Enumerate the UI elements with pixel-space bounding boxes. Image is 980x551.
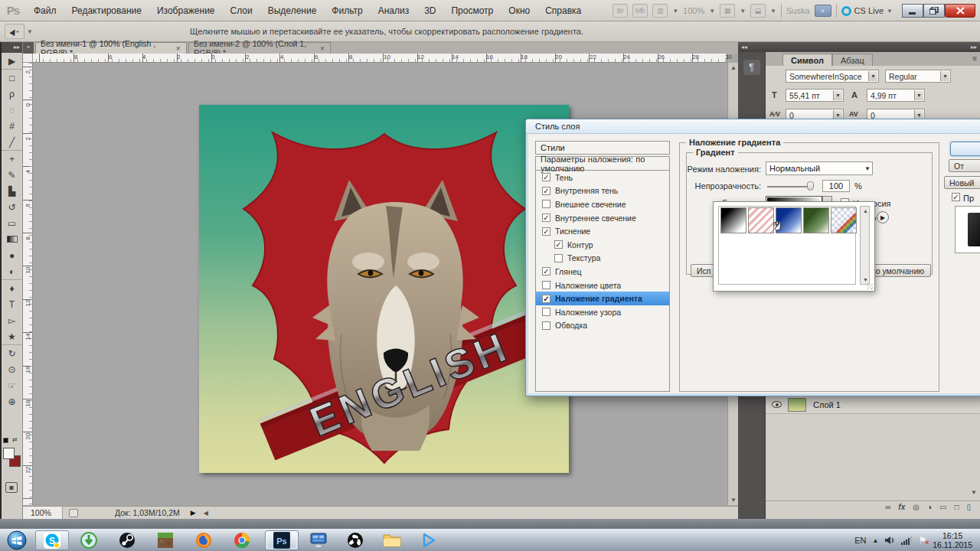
taskbar-photoshop-icon[interactable]: Ps xyxy=(265,530,299,550)
rectangular-marquee-tool[interactable]: □ xyxy=(2,70,22,86)
3d-orbit-tool[interactable]: ⊙ xyxy=(2,361,22,377)
checkbox[interactable] xyxy=(542,308,550,316)
style-item-stroke[interactable]: Обводка xyxy=(536,319,669,333)
leading-field[interactable]: 4,99 пт▼ xyxy=(867,89,925,102)
checkbox[interactable]: ✓ xyxy=(542,267,550,276)
taskbar-skype-icon[interactable]: S xyxy=(35,530,69,550)
checkbox[interactable]: ✓ xyxy=(542,173,550,181)
lasso-tool[interactable]: ρ xyxy=(2,86,22,102)
quick-selection-tool[interactable]: ◌ xyxy=(2,102,22,118)
scroll-down-icon[interactable]: ▼ xyxy=(730,497,737,504)
move-tool[interactable]: ▶ xyxy=(2,53,22,69)
style-item-satin[interactable]: ✓Глянец xyxy=(536,265,669,279)
adjustment-layer-icon[interactable]: ◑ xyxy=(927,503,932,513)
tab-paragraph[interactable]: Абзац xyxy=(832,54,873,66)
move-tool-icon[interactable]: ▶+ xyxy=(5,24,24,39)
restore-button[interactable] xyxy=(923,4,945,18)
checkbox[interactable]: ✓ xyxy=(554,240,563,249)
character-panel-icon[interactable]: ¶ xyxy=(743,60,760,75)
history-brush-tool[interactable]: ↺ xyxy=(2,199,22,215)
taskbar-chrome-icon[interactable] xyxy=(227,530,257,550)
eraser-tool[interactable]: ▭ xyxy=(2,215,22,231)
layer-row[interactable]: Слой 1 xyxy=(766,396,980,414)
style-item-drop-shadow[interactable]: ✓Тень xyxy=(536,171,669,184)
taskbar-minecraft-icon[interactable] xyxy=(150,530,181,550)
checkbox[interactable] xyxy=(542,321,550,330)
cs-live-button[interactable]: CS Live ▼ xyxy=(841,6,893,16)
styles-header[interactable]: Стили xyxy=(535,141,670,155)
action-center-flag-icon[interactable]: ⚑× xyxy=(918,535,926,546)
collapse-panel-chip[interactable]: » xyxy=(23,42,34,54)
scroll-up-icon[interactable]: ▲ xyxy=(863,208,868,214)
layer-group-icon[interactable]: ▭ xyxy=(939,503,946,513)
bridge-icon[interactable]: Br xyxy=(612,4,628,18)
close-button[interactable] xyxy=(945,4,975,18)
menu-filter[interactable]: Фильтр xyxy=(324,5,370,16)
zoom-level[interactable]: 100% xyxy=(683,6,704,15)
quick-mask-button[interactable]: ◙ xyxy=(5,482,18,493)
scroll-left-icon[interactable]: ◀ xyxy=(204,510,208,517)
taskbar-firefox-icon[interactable] xyxy=(188,530,219,550)
scroll-down-icon[interactable]: ▼ xyxy=(971,489,977,496)
style-item-gradient-overlay[interactable]: ✓Наложение градиента xyxy=(536,292,669,305)
checkbox[interactable] xyxy=(542,200,550,208)
mini-bridge-icon[interactable]: Mb xyxy=(632,4,648,18)
menu-window[interactable]: Окно xyxy=(501,5,537,16)
gradient-tool[interactable] xyxy=(2,231,22,247)
style-item-contour[interactable]: ✓Контур xyxy=(536,238,669,252)
collapse-dock-left-icon[interactable]: ◂◂ xyxy=(741,44,747,51)
minimize-button[interactable] xyxy=(902,4,923,18)
checkbox[interactable]: ✓ xyxy=(542,187,550,195)
delete-layer-icon[interactable]: ▯ xyxy=(966,503,971,513)
gradient-thumb-green[interactable] xyxy=(803,207,829,233)
healing-brush-tool[interactable]: + xyxy=(2,151,22,167)
network-icon[interactable] xyxy=(901,536,912,545)
swap-colors-icon[interactable]: ⇄ xyxy=(12,436,18,443)
style-item-inner-glow[interactable]: ✓Внутреннее свечение xyxy=(536,211,669,225)
font-family-select[interactable]: SomewhereInSpace▼ xyxy=(786,70,879,83)
custom-shape-tool[interactable]: ★ xyxy=(2,328,22,344)
document-tab-2[interactable]: Без имени-2 @ 100% (Слой 1, RGB/8) *× xyxy=(188,42,331,54)
pen-tool[interactable]: ♦ xyxy=(2,280,22,296)
checkbox[interactable]: ✓ xyxy=(542,214,550,222)
menu-file[interactable]: Файл xyxy=(26,5,64,16)
link-layers-icon[interactable]: ∞ xyxy=(885,503,890,513)
taskbar-display-settings-icon[interactable] xyxy=(303,530,334,550)
taskbar-obs-icon[interactable] xyxy=(340,530,371,550)
menu-select[interactable]: Выделение xyxy=(260,5,325,16)
visibility-eye-icon[interactable] xyxy=(772,401,782,408)
hidden-icons-arrow[interactable]: ▲ xyxy=(873,537,879,544)
ok-button[interactable] xyxy=(950,142,980,156)
checkbox[interactable] xyxy=(554,254,563,262)
collapse-dock-right-icon[interactable]: ▸▸ xyxy=(971,44,977,51)
opacity-slider-handle[interactable] xyxy=(807,181,814,191)
menu-3d[interactable]: 3D xyxy=(416,5,443,16)
document-canvas[interactable]: ENGLISH xyxy=(199,105,569,473)
close-icon[interactable]: × xyxy=(319,44,325,53)
zoom-tool[interactable]: ⊕ xyxy=(2,393,22,409)
eyedropper-tool[interactable]: ╱ xyxy=(2,134,22,150)
blend-mode-select[interactable]: Нормальный▼ xyxy=(766,161,873,175)
resize-grip-icon[interactable] xyxy=(867,283,873,289)
foreground-color-swatch[interactable] xyxy=(3,448,15,459)
style-item-pattern-overlay[interactable]: Наложение узора xyxy=(536,305,669,319)
hand-tool[interactable]: ☞ xyxy=(2,377,22,393)
chevron-down-icon[interactable]: ▼ xyxy=(914,90,923,100)
menu-edit[interactable]: Редактирование xyxy=(64,5,149,16)
style-item-bevel-emboss[interactable]: ✓Тиснение xyxy=(536,224,669,238)
scroll-down-icon[interactable]: ▼ xyxy=(863,277,868,282)
menu-layers[interactable]: Слои xyxy=(223,5,260,16)
speaker-icon[interactable] xyxy=(884,536,895,545)
default-colors-icon[interactable] xyxy=(3,438,8,443)
collapse-tools-icon[interactable]: ▸▸ xyxy=(2,42,22,53)
blending-options-header[interactable]: Параметры наложения: по умолчанию xyxy=(536,157,669,171)
scroll-up-icon[interactable]: ▲ xyxy=(730,64,737,71)
gradient-thumb-black-white[interactable] xyxy=(720,207,746,233)
path-selection-tool[interactable]: ▻ xyxy=(2,312,22,328)
taskbar-explorer-icon[interactable] xyxy=(377,530,407,550)
opacity-value-field[interactable]: 100 xyxy=(822,180,850,192)
3d-rotate-tool[interactable]: ↻ xyxy=(2,345,22,361)
checkbox[interactable]: ✓ xyxy=(542,295,550,303)
opacity-slider-track[interactable] xyxy=(767,186,813,187)
dialog-titlebar[interactable]: Стиль слоя xyxy=(526,119,980,134)
